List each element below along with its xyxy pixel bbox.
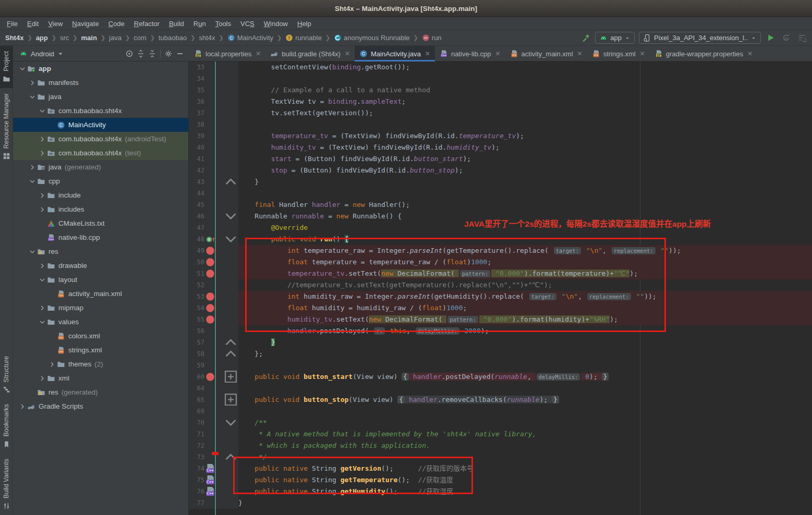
breadcrumb-src[interactable]: src [60,34,69,42]
native-implementation-icon[interactable]: C++ [204,463,216,474]
chevron-down-icon[interactable] [28,248,37,256]
tree-item-cmakelists-txt[interactable]: CMakeLists.txt [13,216,188,230]
code-editor[interactable]: 33 setContentView(binding.getRoot());343… [189,62,812,515]
code-text[interactable]: * which is packaged with this applicatio… [238,440,812,451]
tool-window-resource-manager[interactable]: Resource Manager [0,88,13,165]
tool-window-build-variants[interactable]: Build Variants [0,453,13,515]
chevron-right-icon[interactable] [38,149,47,157]
code-text[interactable] [238,188,812,199]
chevron-down-icon[interactable] [38,318,47,326]
tree-item-com-tubaobao-sht4x[interactable]: com.tubaobao.sht4x [13,104,188,118]
code-text[interactable] [238,406,812,417]
overrides-method-icon[interactable]: o [204,234,216,245]
tab-close-icon[interactable]: ✕ [495,50,501,57]
code-text[interactable] [238,383,812,394]
code-text[interactable] [238,119,812,130]
code-text[interactable]: humidity_tv = (TextView) findViewById(R.… [238,142,812,153]
tree-item-layout[interactable]: layout [13,273,188,287]
native-implementation-icon[interactable]: C++ [204,486,216,497]
expand-button[interactable] [135,50,147,58]
tree-item-com-tubaobao-sht4x[interactable]: com.tubaobao.sht4x(androidTest) [13,132,188,146]
tab-native-lib-cpp[interactable]: C++native-lib.cpp✕ [435,46,505,62]
fold-marker-icon[interactable] [216,348,238,360]
tab-gradle-wrapper-properties[interactable]: gradle-wrapper.properties✕ [650,46,757,62]
target-button[interactable] [124,50,135,58]
tree-item-java[interactable]: java [13,90,188,104]
menu-view[interactable]: View [43,17,67,30]
native-implementation-icon[interactable]: C++ [204,474,216,486]
code-text[interactable] [238,73,812,84]
chevron-right-icon[interactable] [38,262,47,270]
tab-activity-main-xml[interactable]: <>activity_main.xml✕ [505,46,587,62]
code-text[interactable] [238,360,812,371]
code-text[interactable]: start = (Button) findViewById(R.id.butto… [238,153,812,165]
menu-help[interactable]: Help [293,17,316,30]
fold-marker-icon[interactable] [216,176,238,188]
tree-item-mipmap[interactable]: mipmap [13,301,188,315]
tab-close-icon[interactable]: ✕ [640,50,645,57]
breadcrumb-java[interactable]: java [109,34,122,42]
chevron-right-icon[interactable] [38,304,47,312]
breadcrumb-sht4x[interactable]: Sht4x [5,34,23,42]
code-text[interactable]: public void button_stop(View view) { han… [238,394,812,406]
tree-item-app[interactable]: app [13,62,188,76]
device-select[interactable]: Pixel_3a_API_34_extension_l.. [639,32,761,44]
code-text[interactable]: // Example of a call to a native method [238,84,812,96]
play-button[interactable] [765,33,775,43]
tab-close-icon[interactable]: ✕ [345,50,350,57]
menu-code[interactable]: Code [104,17,129,30]
apply-button[interactable]: A [781,33,791,43]
chevron-right-icon[interactable] [38,374,47,383]
tab-close-icon[interactable]: ✕ [577,50,583,57]
menu-vcs[interactable]: VCS [236,17,259,30]
tab-strings-xml[interactable]: <>strings.xml✕ [587,46,650,62]
menu-refactor[interactable]: Refactor [129,17,164,30]
chevron-down-icon[interactable] [56,50,65,58]
tree-item-mainactivity[interactable]: CMainActivity [13,118,188,132]
tree-item-colors-xml[interactable]: <>colors.xml [13,329,188,343]
tree-item-themes[interactable]: themes(2) [13,357,188,371]
breakpoint-icon[interactable] [204,314,216,325]
breakpoint-icon[interactable] [204,245,216,256]
fold-marker-icon[interactable] [216,394,238,406]
breakpoint-icon[interactable] [204,302,216,314]
tree-item-com-tubaobao-sht4x[interactable]: com.tubaobao.sht4x(test) [13,146,188,160]
fold-marker-icon[interactable] [216,211,238,222]
fold-marker-icon[interactable] [216,234,238,245]
chevron-right-icon[interactable] [38,191,47,200]
project-view-mode[interactable]: Android [31,50,54,58]
tree-item-res[interactable]: res(generated) [13,385,188,399]
breakpoint-icon[interactable] [204,268,216,279]
tree-item-java[interactable]: java(generated) [13,160,188,174]
code-text[interactable]: } [238,497,812,509]
breakpoint-icon[interactable] [204,256,216,268]
fold-marker-icon[interactable] [216,417,238,428]
code-text[interactable]: temperature_tv = (TextView) findViewById… [238,130,812,142]
tool-window-project[interactable]: Project [0,46,13,88]
chevron-right-icon[interactable] [48,360,57,369]
tab-build-gradle-sht4x-[interactable]: build.gradle (Sht4x)✕ [265,46,355,62]
chevron-down-icon[interactable] [18,65,27,73]
tree-item-activity-main-xml[interactable]: <>activity_main.xml [13,287,188,301]
tree-item-strings-xml[interactable]: <>strings.xml [13,343,188,357]
gear-button[interactable] [163,50,174,58]
chevron-right-icon[interactable] [28,163,37,171]
tab-close-icon[interactable]: ✕ [256,50,261,57]
fold-marker-icon[interactable] [216,371,238,383]
code-text[interactable]: stop = (Button) findViewById(R.id.button… [238,165,812,176]
code-text[interactable]: } [238,176,812,188]
code-text[interactable]: setContentView(binding.getRoot()); [238,62,812,73]
build-button[interactable] [580,33,591,43]
tree-item-res[interactable]: res [13,244,188,259]
menu-tools[interactable]: Tools [211,17,236,30]
tree-item-native-lib-cpp[interactable]: C++native-lib.cpp [13,230,188,244]
code-text[interactable]: public void button_start(View view) { ha… [238,371,812,383]
tab-close-icon[interactable]: ✕ [425,50,430,57]
tree-item-xml[interactable]: xml [13,371,188,385]
menu-navigate[interactable]: Navigate [67,17,103,30]
menu-edit[interactable]: Edit [22,17,43,30]
chevron-down-icon[interactable] [28,93,37,101]
tool-window-bookmarks[interactable]: Bookmarks [0,399,13,453]
collapse-button[interactable] [147,50,158,58]
breadcrumb-com[interactable]: com [134,34,147,42]
